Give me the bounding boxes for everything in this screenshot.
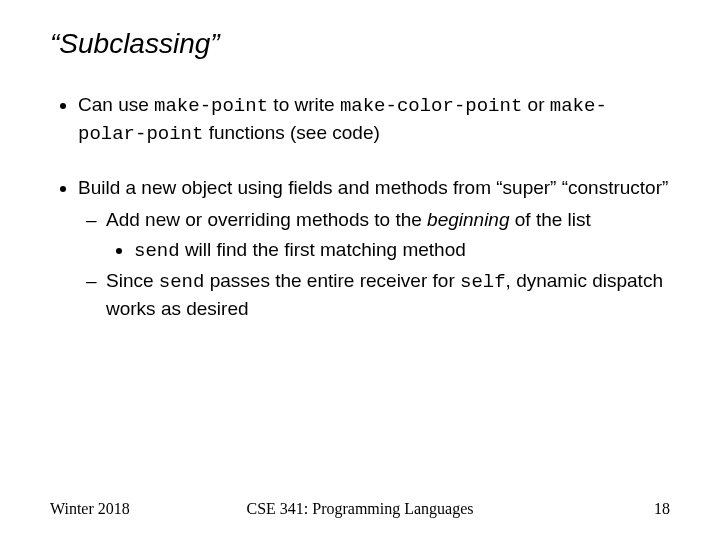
code-text: make-point [154, 95, 268, 117]
text: Add new or overriding methods to the [106, 209, 427, 230]
text: functions (see code) [203, 122, 379, 143]
sub-item: Since send passes the entire receiver fo… [106, 268, 670, 321]
bullet-list: Can use make-point to write make-color-p… [50, 92, 670, 321]
italic-text: beginning [427, 209, 509, 230]
sub-list: Add new or overriding methods to the beg… [78, 207, 670, 322]
text: of the list [510, 209, 591, 230]
bullet-item: Can use make-point to write make-color-p… [78, 92, 670, 147]
text: to write [268, 94, 340, 115]
bullet-item: Build a new object using fields and meth… [78, 175, 670, 321]
code-text: send [134, 240, 180, 262]
code-text: make-color-point [340, 95, 522, 117]
slide-title: “Subclassing” [50, 28, 670, 60]
text: or [522, 94, 549, 115]
text: Since [106, 270, 159, 291]
text: Build a new object using fields and meth… [78, 177, 668, 198]
text: passes the entire receiver for [204, 270, 460, 291]
code-text: self [460, 271, 506, 293]
sub-item: Add new or overriding methods to the beg… [106, 207, 670, 264]
sub-sub-list: send will find the first matching method [106, 237, 670, 265]
footer: Winter 2018 CSE 341: Programming Languag… [50, 500, 670, 518]
text: will find the first matching method [180, 239, 466, 260]
sub-sub-item: send will find the first matching method [134, 237, 670, 265]
footer-left: Winter 2018 [50, 500, 130, 518]
footer-right: 18 [654, 500, 670, 518]
text: Can use [78, 94, 154, 115]
footer-center: CSE 341: Programming Languages [50, 500, 670, 518]
slide: “Subclassing” Can use make-point to writ… [0, 0, 720, 540]
code-text: send [159, 271, 205, 293]
